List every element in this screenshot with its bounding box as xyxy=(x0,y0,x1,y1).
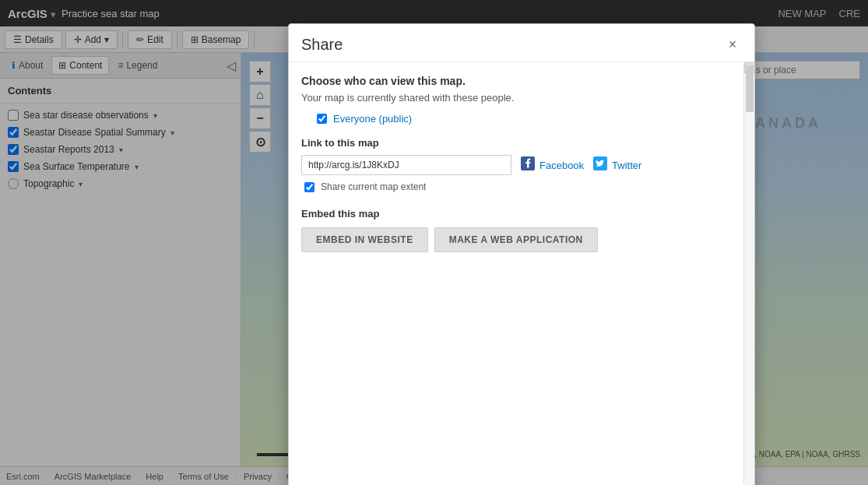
dialog-scrollbar[interactable]: ▲ ▼ xyxy=(743,62,754,485)
everyone-checkbox[interactable] xyxy=(317,114,327,124)
twitter-icon xyxy=(593,156,607,174)
link-section-label: Link to this map xyxy=(301,137,731,149)
dialog-close-button[interactable]: × xyxy=(723,35,742,54)
share-extent-row: Share current map extent xyxy=(304,181,731,192)
scrollbar-thumb[interactable] xyxy=(746,65,754,112)
social-buttons: Facebook Twitter xyxy=(521,156,641,174)
link-input[interactable] xyxy=(301,155,511,175)
make-web-app-button[interactable]: MAKE A WEB APPLICATION xyxy=(434,227,598,252)
twitter-label: Twitter xyxy=(612,160,641,171)
share-extent-checkbox[interactable] xyxy=(304,182,315,192)
everyone-label: Everyone (public) xyxy=(333,113,412,125)
link-row: Facebook Twitter xyxy=(301,155,731,175)
share-dialog: Share × Choose who can view this map. Yo… xyxy=(288,23,755,485)
facebook-label: Facebook xyxy=(539,160,584,171)
share-extent-label: Share current map extent xyxy=(321,181,426,192)
embed-section-label: Embed this map xyxy=(301,208,731,220)
everyone-text: Everyone xyxy=(333,113,376,125)
facebook-button[interactable]: Facebook xyxy=(521,156,584,174)
dialog-content: Choose who can view this map. Your map i… xyxy=(289,62,743,467)
facebook-icon xyxy=(521,156,535,174)
everyone-qualifier: (public) xyxy=(379,113,413,125)
choose-who-label: Choose who can view this map. xyxy=(301,75,731,87)
dialog-title: Share xyxy=(301,36,343,54)
dialog-header: Share × xyxy=(289,24,754,62)
twitter-button[interactable]: Twitter xyxy=(593,156,641,174)
everyone-row: Everyone (public) xyxy=(317,113,731,125)
dialog-body: Choose who can view this map. Your map i… xyxy=(289,62,754,485)
shared-with-text: Your map is currently shared with these … xyxy=(301,92,731,104)
embed-website-button[interactable]: EMBED IN WEBSITE xyxy=(301,227,428,252)
embed-buttons: EMBED IN WEBSITE MAKE A WEB APPLICATION xyxy=(301,227,731,252)
